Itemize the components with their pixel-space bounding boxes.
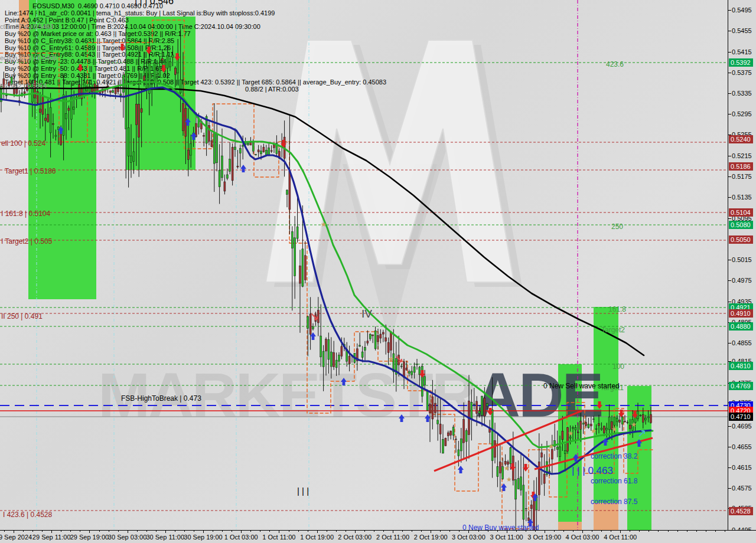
time-axis-minor-tick xyxy=(32,531,33,532)
time-axis-major-tick xyxy=(89,531,90,533)
price-axis-tick xyxy=(728,114,731,115)
time-axis-minor-tick xyxy=(222,531,223,532)
price-axis-label: 0.4695 xyxy=(732,423,752,430)
time-axis-minor-tick xyxy=(421,531,422,532)
price-axis-label: 0.5295 xyxy=(732,110,752,117)
chart-drawing-surface: ★★★★★★★★★ xyxy=(0,0,728,530)
price-axis-label: 0.5175 xyxy=(732,173,752,180)
time-axis-minor-tick xyxy=(478,531,479,532)
svg-text:★: ★ xyxy=(504,465,510,472)
time-axis-minor-tick xyxy=(23,531,24,532)
time-axis-label: 30 Sep 19:00 xyxy=(184,534,222,541)
price-axis[interactable]: 0.54950.54550.54150.53750.53350.52950.52… xyxy=(728,0,756,530)
fib-extension-label: Target2 xyxy=(601,326,625,334)
fib-level-label: Target1 | 0.5186 xyxy=(5,168,56,175)
time-axis-minor-tick xyxy=(364,531,365,532)
price-level-badge: 0.4880 xyxy=(729,322,753,331)
time-axis-major-tick xyxy=(165,531,166,533)
time-axis-label: 4 Oct 03:00 xyxy=(566,534,599,541)
time-axis-minor-tick xyxy=(374,531,374,532)
time-axis-major-tick xyxy=(545,531,545,533)
time-axis-minor-tick xyxy=(668,531,669,532)
time-axis-minor-tick xyxy=(383,531,384,532)
time-axis-minor-tick xyxy=(250,531,251,532)
time-axis-label: 29 Sep 11:00 xyxy=(32,534,71,541)
time-axis-major-tick xyxy=(279,531,279,533)
time-axis-label: 4 Oct 11:00 xyxy=(604,534,637,541)
time-axis-minor-tick xyxy=(109,531,109,532)
time-axis-minor-tick xyxy=(232,531,232,532)
time-axis-minor-tick xyxy=(440,531,441,532)
time-axis-minor-tick xyxy=(449,531,450,532)
time-axis-major-tick xyxy=(203,531,204,533)
fib-level-label: II 250 | 0.491 xyxy=(1,313,43,320)
svg-text:★: ★ xyxy=(631,421,637,428)
ma-blue-line xyxy=(0,87,651,474)
time-axis-minor-tick xyxy=(459,531,460,532)
time-axis-minor-tick xyxy=(611,531,611,532)
time-axis-minor-tick xyxy=(412,531,412,532)
price-axis-label: 0.5495 xyxy=(732,6,752,14)
time-axis-minor-tick xyxy=(346,531,346,532)
time-axis-major-tick xyxy=(51,531,52,533)
time-axis-major-tick xyxy=(393,531,393,533)
time-axis-major-tick xyxy=(317,531,318,533)
time-axis-major-tick xyxy=(128,531,128,533)
time-axis-minor-tick xyxy=(99,531,100,532)
price-axis-tick xyxy=(728,176,731,177)
price-axis-tick xyxy=(728,260,731,260)
time-axis-minor-tick xyxy=(4,531,5,532)
svg-text:★: ★ xyxy=(506,476,512,483)
wave-count-label: IV xyxy=(361,308,372,320)
price-axis-label: 0.5415 xyxy=(732,48,752,55)
fsb-high-to-break-label: FSB-HighToBreak | 0.473 xyxy=(121,395,201,403)
time-axis-minor-tick xyxy=(42,531,43,532)
time-axis-label: 2 Oct 19:00 xyxy=(414,534,448,541)
sar-dashed-line xyxy=(0,20,653,529)
fib-level-label: I 161.8 | 0.5104 xyxy=(1,210,50,218)
price-axis-label: 0.5455 xyxy=(732,27,752,34)
time-axis-label: 1 Oct 19:00 xyxy=(300,534,334,541)
time-axis-minor-tick xyxy=(554,531,555,532)
price-level-badge: 0.4528 xyxy=(729,507,753,515)
price-level-badge: 0.5050 xyxy=(729,235,753,244)
svg-text:★: ★ xyxy=(591,427,597,434)
price-axis-tick xyxy=(728,302,731,302)
time-axis-label: 2 Oct 11:00 xyxy=(376,534,409,541)
time-axis-minor-tick xyxy=(725,531,725,532)
time-axis-minor-tick xyxy=(269,531,270,532)
time-axis[interactable]: 29 Sep 202429 Sep 11:0029 Sep 19:0030 Se… xyxy=(0,530,756,543)
price-axis-tick xyxy=(728,447,731,447)
time-axis-minor-tick xyxy=(80,531,80,532)
svg-text:★: ★ xyxy=(611,426,617,433)
price-axis-tick xyxy=(728,52,731,53)
time-axis-minor-tick xyxy=(630,531,630,532)
time-axis-label: 29 Sep 19:00 xyxy=(70,534,109,541)
time-axis-minor-tick xyxy=(118,531,119,532)
price-level-badge: 0.4710 xyxy=(729,413,753,421)
chart-canvas[interactable]: MARKETSTRADE EOSUSD,M30 0.4690 0.4710 0.… xyxy=(0,0,728,530)
time-axis-minor-tick xyxy=(715,531,716,532)
price-axis-tick xyxy=(728,488,731,489)
time-axis-minor-tick xyxy=(677,531,678,532)
correction-label: | | | 0.463 xyxy=(572,466,613,476)
time-axis-label: 3 Oct 19:00 xyxy=(527,534,561,541)
price-axis-tick xyxy=(728,343,731,344)
time-axis-minor-tick xyxy=(516,531,517,532)
fib-extension-label: 423.6 xyxy=(606,61,624,68)
time-axis-minor-tick xyxy=(61,531,61,532)
fib-level-label: ell 100 | 0.524 xyxy=(1,140,45,148)
time-axis-minor-tick xyxy=(298,531,299,532)
price-axis-label: 0.4615 xyxy=(732,464,752,471)
price-axis-tick xyxy=(728,426,731,427)
price-axis-tick xyxy=(728,73,731,73)
time-axis-minor-tick xyxy=(194,531,194,532)
price-axis-tick xyxy=(728,156,731,156)
correction-label: correction 38.2 xyxy=(591,453,637,460)
price-axis-label: 0.4975 xyxy=(732,277,752,284)
time-axis-label: 30 Sep 11:00 xyxy=(146,534,184,541)
price-level-badge: 0.5186 xyxy=(729,162,753,171)
time-axis-minor-tick xyxy=(696,531,697,532)
time-axis-major-tick xyxy=(431,531,431,533)
price-axis-tick xyxy=(728,93,731,94)
